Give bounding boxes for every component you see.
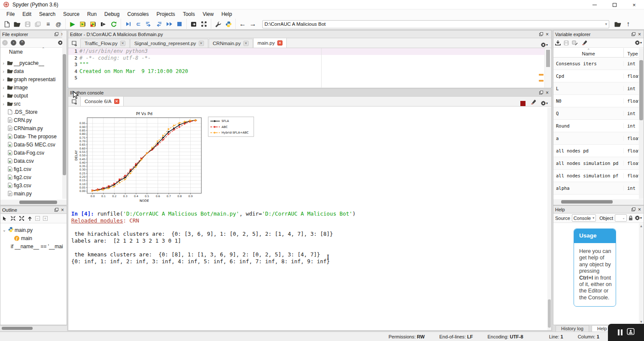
parent-directory-button[interactable]: ↑ (623, 19, 633, 29)
file-row[interactable]: Data-Fog.csv (0, 149, 62, 157)
close-tab-icon[interactable]: ✕ (243, 41, 249, 46)
menu-file[interactable]: File (3, 10, 18, 18)
variable-row[interactable]: N0float (553, 95, 639, 107)
variable-row[interactable]: Consensus_itersint (553, 58, 639, 70)
variable-row[interactable]: Lint (553, 82, 639, 95)
console-options-gear-icon[interactable]: ▾ (541, 100, 548, 106)
lock-icon[interactable] (629, 216, 633, 221)
editor-line[interactable]: 2# -*- coding: utf-8 -*- (68, 55, 551, 62)
run-button[interactable]: ▶ (67, 19, 78, 29)
variable-row[interactable]: Cpdfloat64 (553, 70, 639, 82)
menu-consoles[interactable]: Consoles (123, 10, 152, 18)
editor-line[interactable]: 5 (68, 75, 551, 82)
maximize-button[interactable] (605, 0, 624, 9)
undock-icon[interactable] (539, 90, 543, 95)
rerun-last-button[interactable] (109, 19, 119, 29)
expander-chevron-icon[interactable]: › (0, 69, 6, 74)
editor-tab-CRNmain.py[interactable]: CRNmain.py✕ (209, 39, 253, 48)
close-tab-icon[interactable]: ✕ (114, 99, 119, 104)
undock-icon[interactable] (632, 32, 635, 37)
ve-table-header[interactable]: Name Type ⌃ (553, 48, 639, 58)
file-row-folder[interactable]: ›image (0, 83, 62, 91)
webcam-icon[interactable] (627, 328, 635, 337)
continue-button[interactable] (164, 19, 174, 29)
menu-source[interactable]: Source (59, 10, 83, 18)
close-icon[interactable]: × (61, 207, 64, 213)
chevron-down-icon[interactable]: ▾ (605, 22, 607, 26)
file-row[interactable]: fig2.csv (0, 173, 62, 181)
warning-flag[interactable] (539, 74, 544, 76)
file-row[interactable]: fig1.csv (0, 165, 62, 173)
save-all-button[interactable] (33, 19, 43, 29)
fe-horizontal-scrollbar[interactable] (0, 200, 67, 205)
save-data-as-icon[interactable] (572, 40, 578, 46)
step-into-button[interactable] (143, 19, 154, 29)
console-content[interactable]: 0.00.10.20.30.40.50.60.70.80.90.000.050.… (68, 107, 551, 330)
ve-options-gear-icon[interactable]: ▾ (635, 40, 642, 46)
variable-row[interactable]: Roundint (553, 120, 639, 132)
browse-directory-button[interactable] (613, 19, 623, 29)
expander-chevron-icon[interactable]: › (0, 101, 6, 107)
file-row[interactable]: CRNmain.py (0, 124, 62, 132)
variable-row[interactable]: Qint (553, 107, 639, 120)
close-tab-icon[interactable]: ✕ (199, 41, 204, 46)
forward-button[interactable]: → (248, 19, 258, 29)
clear-console-icon[interactable] (530, 98, 536, 106)
undock-icon[interactable] (632, 207, 635, 212)
maximize-pane-button[interactable] (188, 19, 199, 29)
menu-search[interactable]: Search (35, 10, 59, 18)
close-icon[interactable]: × (638, 32, 641, 37)
symbol-finder-button[interactable]: @ (53, 19, 64, 29)
ve-horizontal-scrollbar[interactable] (553, 199, 644, 205)
editor-line[interactable]: 1#!/usr/bin/env python3 (68, 48, 551, 55)
open-file-button[interactable] (12, 19, 22, 29)
collapse-section-icon[interactable]: − (35, 216, 40, 221)
fe-column-name[interactable]: Name ⌃ (0, 48, 67, 56)
file-row[interactable]: Data.csv (0, 157, 62, 165)
ve-vertical-scrollbar[interactable] (639, 48, 644, 199)
fullscreen-button[interactable] (199, 19, 209, 29)
file-row[interactable]: fig3.csv (0, 181, 62, 189)
preferences-wrench-button[interactable] (213, 19, 223, 29)
menu-help[interactable]: Help (218, 10, 236, 18)
run-cell-button[interactable] (78, 19, 88, 29)
variable-row[interactable]: all_nodes_simulation_pdfloat64 (553, 157, 639, 170)
expander-chevron-icon[interactable]: › (0, 61, 6, 66)
file-row-folder[interactable]: ›graph representati (0, 75, 62, 83)
file-row-folder[interactable]: ›__pycache__ (0, 59, 62, 67)
menu-run[interactable]: Run (83, 10, 100, 18)
menu-tools[interactable]: Tools (179, 10, 199, 18)
outline-item[interactable]: if __name__ == '__mai (1, 242, 66, 250)
close-icon[interactable]: × (546, 32, 549, 37)
object-select[interactable]: ⌄ (615, 214, 627, 222)
file-row[interactable]: .DS_Store (0, 108, 62, 116)
expander-chevron-icon[interactable]: › (0, 93, 6, 98)
menu-view[interactable]: View (199, 10, 218, 18)
source-select[interactable]: Console▾ (572, 214, 596, 222)
outline-horizontal-scrollbar[interactable] (0, 326, 67, 331)
browse-tabs-button[interactable] (69, 39, 80, 48)
python-path-button[interactable] (223, 19, 234, 29)
outline-item[interactable]: fmain (1, 234, 66, 242)
fe-next-button[interactable]: › (11, 40, 16, 46)
menu-debug[interactable]: Debug (100, 10, 123, 18)
expander-chevron-icon[interactable]: › (0, 77, 6, 82)
close-button[interactable]: × (624, 0, 644, 9)
undock-icon[interactable] (539, 32, 543, 37)
expand-all-icon[interactable] (19, 216, 24, 221)
run-selection-button[interactable] (98, 19, 109, 29)
close-icon[interactable]: × (638, 207, 641, 212)
close-tab-icon[interactable]: ✕ (120, 41, 125, 46)
fe-vertical-scrollbar[interactable] (62, 30, 67, 199)
file-switcher-button[interactable]: ≡ (43, 19, 53, 29)
variable-row[interactable]: all_nodes_pdfloat64 (553, 145, 639, 157)
undock-icon[interactable] (55, 32, 58, 37)
close-tab-icon[interactable]: ✕ (277, 40, 283, 46)
tab-history-log[interactable]: History log (556, 325, 589, 332)
stop-debug-button[interactable] (174, 19, 185, 29)
fe-previous-button[interactable]: ‹ (2, 40, 8, 46)
editor-options-gear-icon[interactable]: ▾ (541, 42, 548, 48)
save-button[interactable] (22, 19, 33, 29)
step-button[interactable]: c: (133, 19, 143, 29)
editor-tab-Traffic_Flow.py[interactable]: Traffic_Flow.py✕ (80, 39, 130, 48)
